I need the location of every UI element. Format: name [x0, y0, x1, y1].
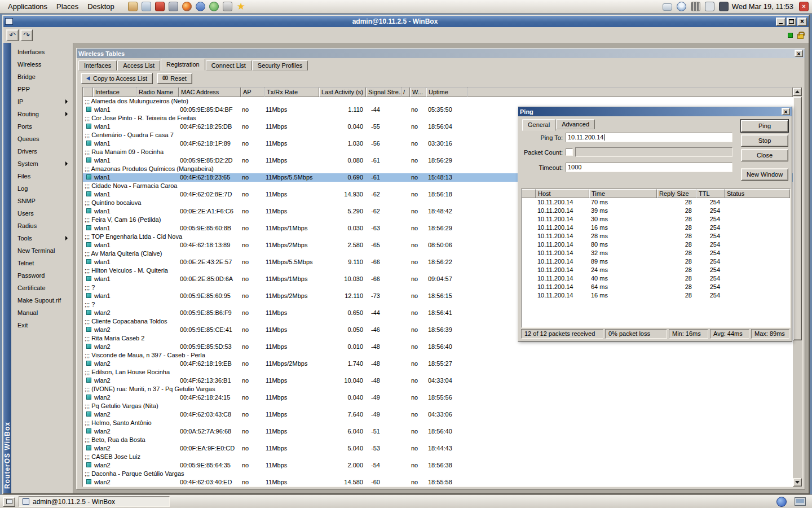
column-header-signal-stre[interactable]: Signal Stre... [366, 87, 401, 97]
column-header-ap[interactable]: AP [241, 87, 264, 97]
sidebar-item-queues[interactable]: Queues [11, 133, 73, 145]
comment-row[interactable]: ;;; Edilson, Lan House Rocinha [83, 368, 793, 376]
registration-row[interactable]: wlan200:4F:62:18:19:EBno11Mbps/2Mbps1.74… [83, 360, 793, 368]
ping-button[interactable]: Ping [741, 120, 788, 132]
volume-muted-icon[interactable] [799, 2, 809, 11]
registration-row[interactable]: wlan200:4F:62:18:24:15no11Mbps0.040-49no… [83, 393, 793, 402]
tab-registration[interactable]: Registration [161, 59, 205, 71]
sidebar-item-exit[interactable]: Exit [11, 319, 73, 331]
archive-icon[interactable] [169, 2, 178, 11]
wireless-tables-close-icon[interactable]: × [795, 50, 803, 57]
reset-button[interactable]: 00 Reset [157, 73, 192, 84]
window-list-icon[interactable] [3, 497, 15, 507]
ping-titlebar[interactable]: Ping × [518, 107, 792, 116]
sidebar-item-drivers[interactable]: Drivers [11, 145, 73, 157]
files-icon[interactable] [223, 2, 232, 11]
menu-applications[interactable]: Applications [3, 1, 52, 12]
copy-to-access-list-button[interactable]: Copy to Access List [81, 73, 153, 84]
undo-button[interactable]: ↶ [6, 29, 19, 41]
comment-row[interactable]: ;;; Beto, Rua da Bosta [83, 436, 793, 444]
menu-desktop[interactable]: Desktop [83, 1, 119, 12]
ping-result-row[interactable]: 10.11.200.1416 ms28254 [522, 291, 790, 300]
sidebar-item-users[interactable]: Users [11, 207, 73, 220]
tab-security-profiles[interactable]: Security Profiles [252, 60, 308, 71]
close-button[interactable]: × [797, 17, 807, 26]
stop-button[interactable]: Stop [741, 134, 788, 147]
ping-result-row[interactable]: 10.11.200.1428 ms28254 [522, 232, 790, 240]
tab-connect-list[interactable]: Connect List [206, 60, 251, 71]
tray-display-icon[interactable] [795, 497, 806, 506]
ping-result-row[interactable]: 10.11.200.1439 ms28254 [522, 207, 790, 215]
ping-column-header-status[interactable]: Status [725, 189, 790, 198]
ping-result-row[interactable]: 10.11.200.1470 ms28254 [522, 198, 790, 207]
registration-row[interactable]: wlan200:0A:52:7A:96:68no11Mbps6.040-51no… [83, 427, 793, 436]
sidebar-item-wireless[interactable]: Wireless [11, 58, 73, 71]
globe-icon[interactable] [209, 2, 219, 11]
ping-result-row[interactable]: 10.11.200.1424 ms28254 [522, 266, 790, 274]
ping-close-icon[interactable]: × [782, 108, 790, 115]
comment-row[interactable]: ;;; Daconha - Parque Getúlio Vargas [83, 470, 793, 478]
display-icon[interactable] [705, 2, 714, 11]
star-icon[interactable] [236, 2, 246, 11]
new-window-button[interactable]: New Window [741, 168, 788, 181]
ping-result-row[interactable]: 10.11.200.1432 ms28254 [522, 249, 790, 257]
sidebar-item-password[interactable]: Password [11, 269, 73, 282]
sidebar-item-telnet[interactable]: Telnet [11, 257, 73, 269]
timeout-input[interactable]: 1000 [566, 163, 732, 172]
printer-icon[interactable] [155, 2, 165, 11]
column-header-item[interactable]: / [401, 87, 410, 97]
ping-tab-general[interactable]: General [522, 119, 555, 131]
registration-row[interactable]: wlan200:4F:62:13:36:B1no11Mbps10.040-48n… [83, 376, 793, 385]
sidebar-item-tools[interactable]: Tools [11, 232, 73, 244]
sidebar-item-certificate[interactable]: Certificate [11, 282, 73, 294]
comment-row[interactable]: ;;; Alameda dos Mulunguzeiros (Neto) [83, 97, 793, 106]
browser-icon[interactable] [182, 2, 192, 11]
signal-icon[interactable] [691, 2, 700, 11]
sidebar-item-files[interactable]: Files [11, 170, 73, 182]
column-header-w[interactable]: W... [410, 87, 426, 97]
registration-row[interactable]: wlan200:0F:EA:9F:E0:CDno11Mbps5.040-53no… [83, 444, 793, 453]
sidebar-item-radius[interactable]: Radius [11, 220, 73, 232]
menu-places[interactable]: Places [52, 1, 83, 12]
ping-result-row[interactable]: 10.11.200.1464 ms28254 [522, 283, 790, 291]
ping-result-row[interactable]: 10.11.200.1416 ms28254 [522, 224, 790, 232]
packet-count-checkbox[interactable] [566, 148, 573, 156]
comment-row[interactable]: ;;; (IVONE) rua: Muriti, n 37 - Pq Getul… [83, 385, 793, 393]
comment-row[interactable]: ;;; CASEB Jose Luiz [83, 453, 793, 461]
column-header-radio-name[interactable]: Radio Name [136, 87, 179, 97]
ping-column-header-reply-size[interactable]: Reply Size [657, 189, 696, 198]
sidebar-item-new-terminal[interactable]: New Terminal [11, 244, 73, 257]
sidebar-item-ip[interactable]: IP [11, 95, 73, 108]
sidebar-item-routing[interactable]: Routing [11, 108, 73, 120]
registration-row[interactable]: wlan200:05:9E:85:64:35no11Mbps2.000-54no… [83, 461, 793, 470]
mail-icon[interactable] [663, 3, 672, 11]
minimize-button[interactable] [776, 17, 785, 26]
sidebar-item-ppp[interactable]: PPP [11, 83, 73, 95]
taskbar-item-winbox[interactable]: admin@10.11.2.5 - WinBox [19, 496, 170, 507]
input-method-icon[interactable] [719, 2, 729, 11]
comment-row[interactable]: ;;; Helmo, Santo Antônio [83, 419, 793, 427]
maximize-button[interactable] [787, 17, 796, 26]
email-icon[interactable] [142, 2, 151, 11]
column-header-last-activity-s[interactable]: Last Activity (s) [319, 87, 366, 97]
column-header-uptime[interactable]: Uptime [426, 87, 467, 97]
sidebar-item-log[interactable]: Log [11, 182, 73, 195]
tab-access-list[interactable]: Access List [117, 60, 160, 71]
close-button[interactable]: Close [741, 149, 788, 161]
registration-row[interactable]: wlan200:4F:62:03:40:EDno11Mbps14.580-60n… [83, 478, 793, 487]
winbox-titlebar[interactable]: admin@10.11.2.5 - WinBox × [3, 16, 809, 27]
comment-row[interactable]: ;;; Visconde de Maua, n 397 - Caseb - Pe… [83, 351, 793, 360]
ping-result-row[interactable]: 10.11.200.1480 ms28254 [522, 240, 790, 249]
tray-app-icon[interactable] [776, 497, 787, 507]
ping-tab-advanced[interactable]: Advanced [556, 119, 595, 129]
ping-to-input[interactable]: 10.11.200.14 [566, 133, 732, 142]
ping-result-row[interactable]: 10.11.200.1430 ms28254 [522, 215, 790, 224]
sidebar-item-bridge[interactable]: Bridge [11, 71, 73, 83]
column-header-interface[interactable]: Interface [93, 87, 136, 97]
wireless-tables-titlebar[interactable]: Wireless Tables × [77, 49, 805, 58]
ping-result-row[interactable]: 10.11.200.1440 ms28254 [522, 274, 790, 283]
registration-row[interactable]: wlan200:05:9E:85:5D:53no11Mbps0.010-48no… [83, 343, 793, 351]
scrollbar-thumb[interactable] [793, 97, 802, 340]
sidebar-item-ports[interactable]: Ports [11, 120, 73, 133]
sidebar-item-interfaces[interactable]: Interfaces [11, 46, 73, 58]
